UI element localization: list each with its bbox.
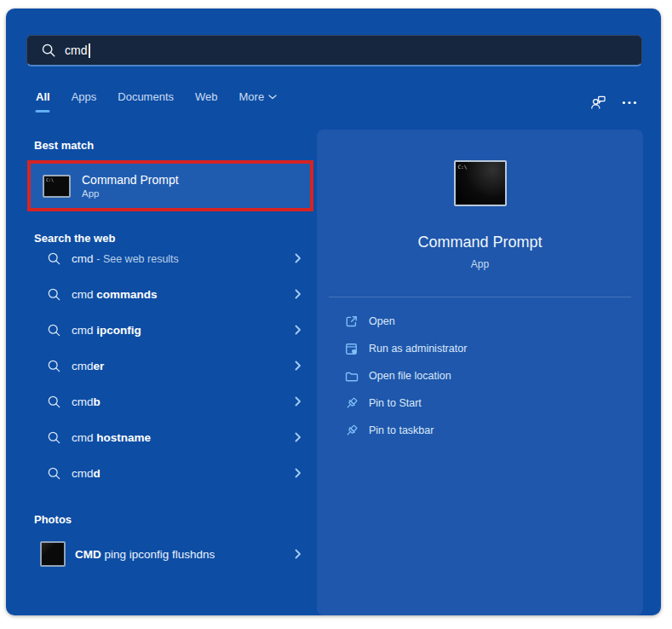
pin-icon — [344, 424, 359, 438]
search-icon — [41, 43, 56, 58]
suggestion-row[interactable]: cmdd — [28, 455, 313, 491]
chevron-right-icon — [295, 396, 302, 407]
search-icon — [47, 251, 61, 266]
search-icon — [47, 466, 61, 481]
header-icons — [589, 94, 637, 112]
suggestion-row[interactable]: cmder — [28, 348, 313, 384]
action-pin-to-start[interactable]: Pin to Start — [317, 390, 643, 417]
preview-title: Command Prompt — [317, 234, 643, 251]
photo-result[interactable]: CMD ping ipconfig flushdns — [28, 535, 313, 573]
action-run-as-administrator[interactable]: Run as administrator — [317, 335, 643, 362]
chevron-right-icon — [295, 361, 302, 371]
tab-more[interactable]: More — [239, 90, 278, 113]
suggestion-row[interactable]: cmd ipconfig — [28, 312, 313, 348]
chevron-right-icon — [295, 289, 302, 299]
action-open[interactable]: Open — [317, 308, 643, 335]
filter-tabs: All Apps Documents Web More — [36, 90, 277, 113]
tab-web[interactable]: Web — [195, 90, 218, 113]
search-flyout-window: cmd All Apps Documents Web More — [6, 9, 661, 615]
action-list: Open Run as administrator Open file loca… — [317, 308, 643, 444]
divider — [329, 297, 631, 297]
search-query-text: cmd — [65, 43, 87, 57]
tab-documents[interactable]: Documents — [118, 90, 174, 113]
suggestion-row[interactable]: cmd commands — [28, 276, 313, 312]
result-title: Command Prompt — [82, 173, 179, 187]
best-match-label: Best match — [34, 139, 94, 152]
suggestion-row[interactable]: cmd hostname — [28, 419, 313, 455]
search-input[interactable]: cmd — [26, 35, 642, 66]
web-suggestions: cmd - See web results cmd commands cmd i… — [28, 240, 313, 491]
preview-panel: C:\ Command Prompt App Open Run as ad — [317, 130, 643, 615]
chevron-right-icon — [295, 432, 302, 442]
chevron-down-icon — [268, 95, 277, 100]
search-icon — [47, 323, 61, 338]
active-tab-underline — [36, 110, 50, 113]
tab-all[interactable]: All — [36, 90, 50, 113]
cmd-window-icon: C:\ — [454, 160, 507, 206]
suggestion-row[interactable]: cmd - See web results — [28, 240, 313, 276]
account-feedback-icon[interactable] — [589, 94, 607, 112]
run-admin-icon — [344, 342, 359, 356]
chevron-right-icon — [295, 549, 302, 559]
text-caret — [89, 43, 90, 58]
result-subtitle: App — [82, 188, 179, 199]
chevron-right-icon — [295, 468, 302, 478]
suggestion-row[interactable]: cmdb — [28, 384, 313, 419]
search-icon — [47, 287, 61, 302]
tab-apps[interactable]: Apps — [72, 90, 97, 113]
more-options-icon[interactable] — [622, 101, 637, 105]
photos-label: Photos — [34, 513, 72, 526]
action-pin-to-taskbar[interactable]: Pin to taskbar — [317, 417, 643, 444]
folder-icon — [344, 369, 359, 384]
preview-subtitle: App — [317, 258, 643, 270]
search-icon — [47, 395, 61, 409]
chevron-right-icon — [295, 253, 302, 263]
action-open-file-location[interactable]: Open file location — [317, 362, 643, 390]
pin-icon — [344, 396, 359, 411]
search-icon — [47, 430, 61, 445]
best-match-result[interactable]: C:\ Command Prompt App — [27, 160, 313, 211]
chevron-right-icon — [295, 325, 302, 335]
cmd-window-icon: C:\ — [43, 175, 71, 198]
search-icon — [47, 359, 61, 373]
open-icon — [344, 314, 359, 329]
photo-thumbnail — [40, 541, 66, 567]
